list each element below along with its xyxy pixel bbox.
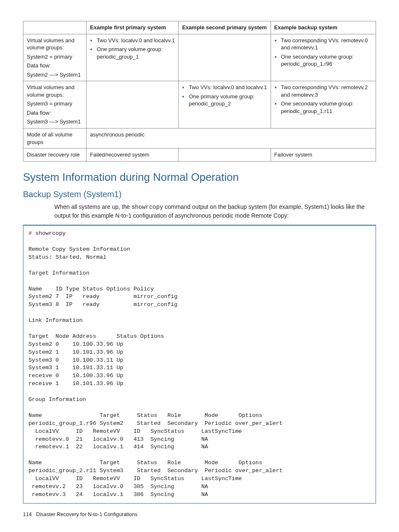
table-row: Virtual volumes and volume groups: Syste… xyxy=(23,34,376,81)
row3-col3: Failover system xyxy=(271,149,376,162)
row0-col2 xyxy=(179,34,271,81)
row1-col3: Two corresponding VVs: remotevv.2 and re… xyxy=(271,81,376,129)
row3-col1: Failed/recovered system xyxy=(87,149,179,162)
row3-col2 xyxy=(179,149,271,162)
subsection-heading: Backup System (System1) xyxy=(23,189,376,200)
th-blank xyxy=(23,21,87,34)
row0-col1: Two VVs: localvv.0 and localvv.1 One pri… xyxy=(87,34,179,81)
page-number: 114 xyxy=(23,511,32,517)
row2-merged: asynchronous periodic xyxy=(87,129,376,149)
table-row: Disaster recovery role Failed/recovered … xyxy=(23,149,376,162)
row1-col2: Two VVs: localvv.0 and localvv.1 One pri… xyxy=(179,81,271,129)
row1-col1 xyxy=(87,81,179,129)
table-row: Mode of all volume groups asynchronous p… xyxy=(23,129,376,149)
footer-title: Disaster Recovery for N-to-1 Configurati… xyxy=(36,511,137,517)
row1-label: Virtual volumes and volume groups: Syste… xyxy=(23,81,87,129)
section-heading: System Information during Normal Operati… xyxy=(23,170,376,185)
showrcopy-output: # showrcopy Remote Copy System Informati… xyxy=(23,225,376,503)
page-footer: 114 Disaster Recovery for N-to-1 Configu… xyxy=(23,511,376,518)
table-row: Virtual volumes and volume groups: Syste… xyxy=(23,81,376,129)
th-backup: Example backup system xyxy=(271,21,376,34)
config-table: Example first primary system Example sec… xyxy=(23,21,376,162)
command-name: showrcopy xyxy=(131,204,163,211)
row0-col3: Two corresponding VVs: remotevv.0 and re… xyxy=(271,34,376,81)
th-first-primary: Example first primary system xyxy=(87,21,179,34)
th-second-primary: Example second primary system xyxy=(179,21,271,34)
row0-label: Virtual volumes and volume groups: Syste… xyxy=(23,34,87,81)
row2-label: Mode of all volume groups xyxy=(23,129,87,149)
row3-label: Disaster recovery role xyxy=(23,149,87,162)
intro-paragraph: When all systems are up, the showrcopy c… xyxy=(54,203,376,220)
